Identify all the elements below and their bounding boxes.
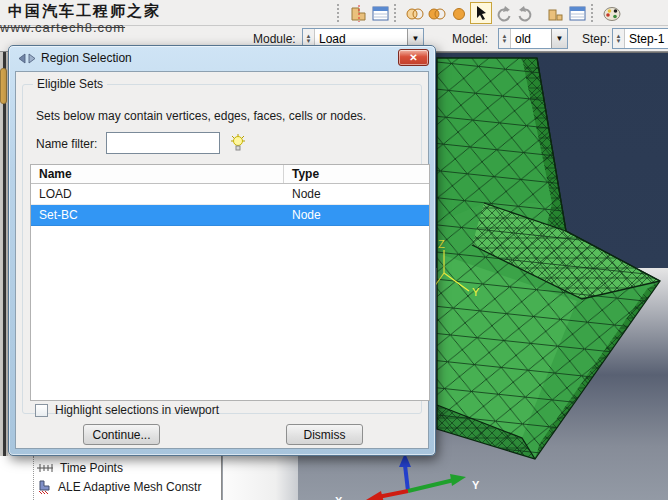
redo-icon[interactable] bbox=[514, 2, 536, 24]
set-name-cell: Set-BC bbox=[31, 205, 284, 225]
sphere-icon[interactable] bbox=[448, 2, 470, 24]
color-palette-icon[interactable] bbox=[601, 2, 623, 24]
triad-y-label: Y bbox=[472, 479, 480, 491]
intersect-circles-icon[interactable] bbox=[426, 2, 448, 24]
dialog-titlebar[interactable]: Region Selection bbox=[19, 51, 132, 65]
table-header-row: Name Type bbox=[31, 165, 429, 184]
main-toolbar bbox=[0, 0, 668, 26]
step-label: Step: bbox=[582, 32, 610, 46]
close-icon[interactable]: ✕ bbox=[398, 49, 429, 66]
toolbar-drag-handle[interactable] bbox=[337, 4, 344, 22]
view-triad-icon: Y X bbox=[335, 453, 480, 500]
group-title: Eligible Sets bbox=[33, 77, 107, 91]
left-toolbox-sliver bbox=[0, 52, 8, 456]
set-manager-icon[interactable] bbox=[369, 2, 391, 24]
model-tree-panel: Time Points ALE Adaptive Mesh Constr bbox=[0, 456, 222, 500]
hidden-tool-icon bbox=[0, 68, 7, 104]
dialog-title: Region Selection bbox=[41, 51, 132, 65]
toolbar-drag-handle[interactable] bbox=[394, 4, 401, 22]
triad-x-label: X bbox=[335, 495, 343, 500]
csys-y-label: Y bbox=[472, 286, 480, 298]
toolbar-drag-handle[interactable] bbox=[591, 4, 598, 22]
spinner-icon[interactable]: ▲▼ bbox=[499, 29, 511, 48]
toolbox-column bbox=[222, 456, 298, 500]
set-type-cell: Node bbox=[284, 184, 321, 204]
highlight-checkbox[interactable] bbox=[35, 404, 48, 417]
dialog-content: Eligible Sets Sets below may contain ver… bbox=[15, 71, 429, 449]
tree-item-ale-adaptive-mesh[interactable]: ALE Adaptive Mesh Constr bbox=[36, 478, 201, 496]
merge-circles-icon[interactable] bbox=[404, 2, 426, 24]
tree-item-label: ALE Adaptive Mesh Constr bbox=[58, 480, 201, 494]
spinner-icon[interactable]: ▲▼ bbox=[613, 29, 625, 48]
name-filter-input[interactable] bbox=[106, 132, 220, 154]
panel-edge bbox=[3, 52, 6, 456]
module-value: Load bbox=[315, 32, 407, 46]
table-row[interactable]: LOAD Node bbox=[31, 184, 429, 205]
highlight-checkbox-label: Highlight selections in viewport bbox=[55, 403, 219, 417]
eligible-sets-group: Eligible Sets Sets below may contain ver… bbox=[22, 84, 422, 414]
dropdown-arrow-icon[interactable]: ▼ bbox=[551, 29, 567, 48]
manager-table-icon[interactable] bbox=[566, 2, 588, 24]
column-header-name[interactable]: Name bbox=[31, 165, 284, 183]
partition-icon[interactable] bbox=[347, 2, 369, 24]
step-value: Step-1 bbox=[625, 32, 668, 46]
name-filter-label: Name filter: bbox=[36, 137, 97, 151]
table-row-selected[interactable]: Set-BC Node bbox=[31, 205, 429, 226]
undo-icon[interactable] bbox=[492, 2, 514, 24]
set-name-cell: LOAD bbox=[31, 184, 284, 204]
csys-z-label: Z bbox=[438, 238, 445, 250]
abaqus-window: 中国汽车工程师之家 www.cartech8.com Module: ▲▼ Lo… bbox=[0, 0, 668, 500]
tree-item-time-points[interactable]: Time Points bbox=[36, 459, 123, 477]
tree-item-label: Time Points bbox=[60, 461, 123, 475]
sets-table: Name Type LOAD Node Set-BC Node bbox=[30, 164, 430, 401]
tree-guide-line bbox=[33, 456, 34, 500]
ale-mesh-icon bbox=[36, 480, 52, 494]
set-type-cell: Node bbox=[284, 205, 321, 225]
dialog-icon bbox=[19, 52, 35, 65]
module-label: Module: bbox=[253, 32, 296, 46]
step-combobox[interactable]: ▲▼ Step-1 bbox=[612, 28, 668, 49]
region-selection-dialog: Region Selection ✕ Eligible Sets Sets be… bbox=[8, 45, 436, 456]
assembly-blocks-icon[interactable] bbox=[544, 2, 566, 24]
model-combobox[interactable]: ▲▼ old ▼ bbox=[498, 28, 568, 49]
model-value: old bbox=[511, 32, 551, 46]
model-label: Model: bbox=[452, 32, 488, 46]
column-header-type[interactable]: Type bbox=[284, 165, 319, 183]
time-points-icon bbox=[36, 462, 54, 474]
dismiss-button[interactable]: Dismiss bbox=[286, 424, 363, 445]
sets-description: Sets below may contain vertices, edges, … bbox=[36, 109, 366, 123]
tip-lightbulb-icon[interactable] bbox=[230, 134, 246, 152]
query-arrow-icon[interactable] bbox=[470, 2, 492, 24]
continue-button[interactable]: Continue... bbox=[83, 424, 160, 445]
